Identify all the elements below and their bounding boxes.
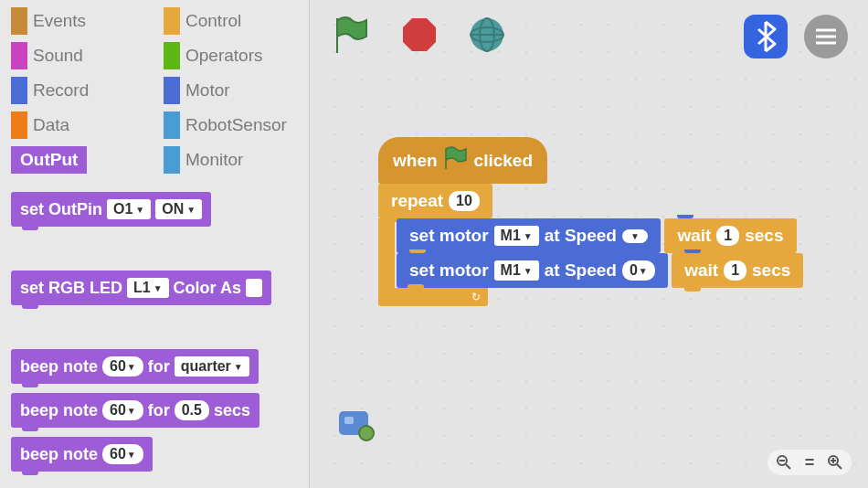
script-canvas[interactable]: when clicked repeat 10 set motor M1▼ at … — [309, 0, 868, 488]
green-flag-button[interactable] — [332, 15, 372, 55]
cat-label: Record — [33, 80, 89, 101]
svg-rect-9 — [344, 417, 354, 424]
bluetooth-button[interactable] — [744, 15, 788, 58]
green-flag-icon — [443, 146, 469, 175]
input-speed[interactable]: 0▼ — [622, 260, 655, 281]
block-label: wait — [677, 226, 711, 246]
block-label: set OutPin — [20, 200, 102, 219]
block-label: repeat — [391, 191, 443, 211]
input-note[interactable]: 60▼ — [102, 444, 143, 464]
input-secs[interactable]: 1 — [716, 226, 739, 246]
block-label: beep note — [20, 445, 98, 464]
stop-button[interactable] — [399, 15, 439, 55]
cat-label: OutPut — [11, 146, 87, 174]
hat-when-flag-clicked[interactable]: when clicked — [378, 137, 547, 184]
block-label: secs — [752, 260, 790, 281]
cat-label: Monitor — [185, 150, 243, 170]
category-monitor[interactable]: Monitor — [164, 143, 309, 177]
block-label: for — [148, 401, 170, 420]
block-set-outpin[interactable]: set OutPin O1▼ ON▼ — [11, 192, 211, 227]
color-input[interactable] — [246, 279, 262, 297]
cat-label: Sound — [33, 46, 83, 66]
block-beep[interactable]: beep note 60▼ — [11, 437, 153, 472]
input-speed[interactable]: ▼ — [622, 229, 648, 243]
cat-label: Events — [33, 11, 86, 31]
dropdown-motor[interactable]: M1▼ — [494, 226, 539, 246]
block-label: secs — [214, 401, 250, 420]
block-beep-secs[interactable]: beep note 60▼ for 0.5 secs — [11, 393, 259, 428]
zoom-controls: = — [767, 450, 852, 475]
block-label: wait — [684, 260, 718, 281]
block-label: clicked — [474, 151, 533, 171]
dropdown-motor[interactable]: M1▼ — [494, 260, 539, 281]
category-robotsensor[interactable]: RobotSensor — [164, 108, 309, 143]
zoom-out-button[interactable] — [773, 451, 795, 473]
zoom-in-button[interactable] — [824, 451, 846, 473]
category-operators[interactable]: Operators — [164, 38, 309, 73]
repeat-end: ↻ — [378, 288, 488, 306]
input-note[interactable]: 60▼ — [102, 356, 143, 377]
block-set-motor[interactable]: set motor M1▼ at Speed ▼ — [397, 218, 661, 253]
cat-label: Control — [185, 11, 241, 31]
dropdown-duration[interactable]: quarter▼ — [175, 356, 249, 377]
input-count[interactable]: 10 — [449, 191, 480, 211]
block-label: at Speed — [545, 260, 617, 281]
block-label: beep note — [20, 401, 98, 420]
dropdown-state[interactable]: ON▼ — [155, 199, 202, 219]
category-events[interactable]: Events — [11, 4, 156, 38]
input-note[interactable]: 60▼ — [102, 400, 143, 420]
category-data[interactable]: Data — [11, 108, 156, 143]
input-secs[interactable]: 0.5 — [175, 400, 209, 420]
block-wait[interactable]: wait 1 secs — [672, 253, 803, 288]
category-record[interactable]: Record — [11, 73, 156, 108]
category-control[interactable]: Control — [164, 4, 309, 38]
globe-button[interactable] — [467, 15, 507, 55]
block-set-motor[interactable]: set motor M1▼ at Speed 0▼ — [397, 253, 668, 288]
dropdown-pin[interactable]: O1▼ — [107, 199, 151, 219]
block-list: set OutPin O1▼ ON▼ set RGB LED L1▼ Color… — [11, 192, 309, 472]
category-output[interactable]: OutPut — [11, 143, 156, 177]
repeat-arrow-icon: ↻ — [471, 291, 481, 303]
category-grid: Events Control Sound Operators Record Mo… — [11, 4, 309, 177]
block-label: set RGB LED — [20, 279, 122, 298]
block-repeat[interactable]: repeat 10 — [378, 184, 492, 218]
category-sound[interactable]: Sound — [11, 38, 156, 73]
block-palette-sidebar: Events Control Sound Operators Record Mo… — [0, 0, 309, 488]
svg-point-10 — [359, 426, 374, 440]
block-label: when — [393, 151, 438, 171]
block-label: Color As — [174, 279, 241, 298]
input-secs[interactable]: 1 — [724, 260, 746, 281]
menu-button[interactable] — [804, 15, 848, 58]
block-label: for — [148, 357, 170, 377]
zoom-reset-button[interactable]: = — [799, 451, 820, 473]
category-motor[interactable]: Motor — [164, 73, 309, 108]
block-label: beep note — [20, 357, 98, 377]
block-label: set motor — [409, 226, 489, 246]
svg-line-15 — [837, 464, 842, 469]
block-label: at Speed — [545, 226, 617, 246]
svg-line-12 — [786, 464, 790, 469]
canvas-toolbar — [332, 15, 507, 55]
block-label: set motor — [409, 260, 489, 281]
canvas-toolbar-right — [744, 15, 848, 58]
sprite-icon[interactable] — [335, 404, 381, 448]
dropdown-led[interactable]: L1▼ — [127, 278, 169, 298]
block-set-rgb[interactable]: set RGB LED L1▼ Color As — [11, 271, 271, 305]
block-label: secs — [745, 226, 783, 246]
cat-label: Data — [33, 115, 69, 135]
cat-label: Operators — [185, 46, 262, 66]
svg-marker-0 — [403, 18, 436, 51]
block-beep-quarter[interactable]: beep note 60▼ for quarter▼ — [11, 349, 259, 384]
block-wait[interactable]: wait 1 secs — [664, 218, 796, 253]
cat-label: Motor — [185, 80, 230, 101]
cat-label: RobotSensor — [185, 115, 287, 135]
script-stack[interactable]: when clicked repeat 10 set motor M1▼ at … — [378, 137, 868, 306]
repeat-body: set motor M1▼ at Speed ▼ wait 1 secs set… — [378, 218, 868, 288]
